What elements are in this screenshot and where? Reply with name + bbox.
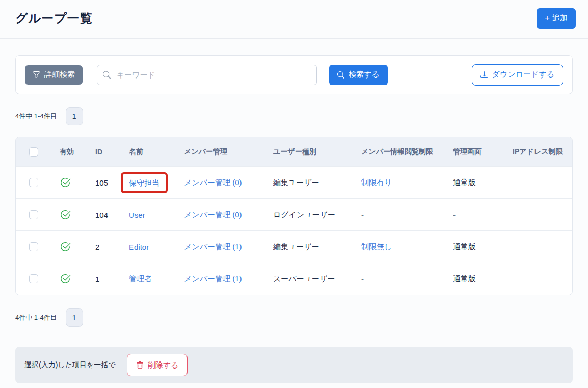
advanced-search-label: 詳細検索: [44, 70, 75, 80]
keyword-input[interactable]: [97, 65, 317, 85]
group-name-link[interactable]: 管理者: [129, 274, 152, 283]
member-mgmt-link[interactable]: メンバー管理 (0): [184, 178, 242, 187]
table-header-row: 有効 ID 名前 メンバー管理 ユーザー種別 メンバー情報閲覧制限 管理画面 I…: [16, 137, 572, 166]
col-header-enabled: 有効: [60, 147, 95, 157]
search-icon: [103, 71, 111, 79]
search-button-label: 検索する: [349, 70, 380, 80]
result-count: 4件中 1-4件目: [15, 112, 57, 121]
admin-screen: 通常版: [453, 274, 513, 284]
advanced-search-button[interactable]: 詳細検索: [25, 65, 83, 85]
bulk-action-bar: 選択(入力)した項目を一括で 削除する: [15, 347, 573, 383]
row-checkbox[interactable]: [29, 210, 38, 219]
trash-icon: [136, 361, 144, 369]
col-header-name: 名前: [129, 147, 184, 157]
result-count: 4件中 1-4件目: [15, 313, 57, 322]
page-1-button[interactable]: 1: [66, 107, 83, 125]
col-header-id: ID: [95, 148, 129, 156]
highlight-annotation: 保守担当: [121, 172, 168, 193]
member-mgmt-link[interactable]: メンバー管理 (1): [184, 242, 242, 251]
group-name-link[interactable]: 保守担当: [129, 178, 159, 187]
add-button-label: 追加: [552, 13, 568, 23]
col-header-member-mgmt: メンバー管理: [184, 147, 273, 157]
admin-screen: 通常版: [453, 242, 513, 252]
info-restriction: -: [361, 275, 453, 283]
col-header-admin-screen: 管理画面: [453, 147, 513, 157]
download-button-label: ダウンロードする: [492, 70, 554, 80]
search-button[interactable]: 検索する: [329, 65, 388, 85]
check-circle-icon: [60, 241, 71, 252]
member-mgmt-link[interactable]: メンバー管理 (0): [184, 210, 242, 219]
plus-icon: +: [545, 14, 550, 22]
delete-button[interactable]: 削除する: [127, 354, 188, 376]
filter-icon: [33, 71, 40, 79]
user-type: スーパーユーザー: [273, 274, 361, 284]
bulk-action-label: 選択(入力)した項目を一括で: [24, 360, 116, 370]
user-type: 編集ユーザー: [273, 242, 361, 252]
col-header-user-type: ユーザー種別: [273, 147, 361, 157]
download-button[interactable]: ダウンロードする: [472, 64, 563, 86]
info-restriction: -: [361, 211, 453, 219]
info-restriction-link[interactable]: 制限有り: [361, 178, 392, 187]
add-button[interactable]: + 追加: [537, 8, 576, 29]
admin-screen: -: [453, 211, 513, 219]
row-checkbox[interactable]: [29, 274, 38, 283]
table-row: 1 管理者 メンバー管理 (1) スーパーユーザー - 通常版: [16, 263, 572, 295]
topbar: グループ一覧 + 追加: [0, 0, 588, 39]
admin-screen: 通常版: [453, 178, 513, 188]
col-header-info-restriction: メンバー情報閲覧制限: [361, 147, 453, 157]
download-icon: [480, 71, 488, 79]
group-id: 104: [95, 211, 129, 219]
group-name-link[interactable]: Editor: [129, 243, 149, 251]
pagination-top: 4件中 1-4件目 1: [15, 107, 573, 125]
select-all-checkbox[interactable]: [29, 147, 38, 157]
search-panel: 詳細検索 検索する ダウンロードする: [15, 55, 573, 94]
pagination-bottom: 4件中 1-4件目 1: [15, 308, 573, 327]
member-mgmt-link[interactable]: メンバー管理 (1): [184, 274, 242, 283]
user-type: 編集ユーザー: [273, 178, 361, 188]
table-row: 2 Editor メンバー管理 (1) 編集ユーザー 制限無し 通常版: [16, 230, 572, 263]
check-circle-icon: [60, 209, 71, 220]
col-header-ip-restriction: IPアドレス制限: [513, 147, 572, 157]
table-row: 105 保守担当 メンバー管理 (0) 編集ユーザー 制限有り 通常版: [16, 166, 572, 198]
page-1-button[interactable]: 1: [66, 308, 83, 327]
group-table: 有効 ID 名前 メンバー管理 ユーザー種別 メンバー情報閲覧制限 管理画面 I…: [15, 137, 573, 295]
keyword-search-box: [97, 65, 317, 85]
search-icon: [337, 71, 344, 79]
info-restriction-link[interactable]: 制限無し: [361, 242, 392, 251]
group-name-link[interactable]: User: [129, 211, 145, 219]
check-circle-icon: [60, 273, 71, 284]
group-id: 1: [95, 275, 129, 283]
row-checkbox[interactable]: [29, 178, 38, 187]
delete-button-label: 削除する: [148, 360, 179, 370]
table-row: 104 User メンバー管理 (0) ログインユーザー - -: [16, 198, 572, 230]
page-title: グループ一覧: [15, 10, 93, 27]
check-circle-icon: [60, 177, 71, 188]
user-type: ログインユーザー: [273, 210, 361, 220]
row-checkbox[interactable]: [29, 242, 38, 251]
group-id: 2: [95, 243, 129, 251]
